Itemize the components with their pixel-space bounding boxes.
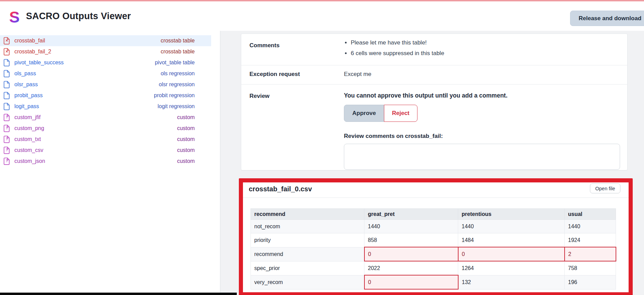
- output-type: custom: [177, 136, 195, 142]
- table-row: recommend 0 0 2: [251, 247, 616, 261]
- row-label: priority: [251, 233, 364, 247]
- release-and-download-button[interactable]: Release and download: [570, 11, 644, 26]
- comments-label: Comments: [249, 34, 344, 65]
- cell: 1440: [458, 220, 565, 233]
- sidebar-item-custom_jfif[interactable]: ? custom_jfif custom: [0, 112, 211, 123]
- output-type: olsr regression: [159, 81, 195, 88]
- output-type: custom: [177, 125, 195, 131]
- file-icon: [3, 70, 10, 77]
- review-label: Review: [249, 85, 344, 171]
- cell: 1264: [458, 261, 565, 275]
- cell: 758: [565, 261, 616, 275]
- main-content: Comments Please let me have this table! …: [220, 31, 644, 295]
- approve-button[interactable]: Approve: [344, 105, 384, 122]
- file-custom-icon: ?: [3, 146, 10, 154]
- row-label: not_recom: [251, 220, 364, 233]
- table-row: not_recom 1440 1440 1440: [251, 220, 616, 233]
- cell: 858: [364, 233, 458, 247]
- output-name: ols_pass: [14, 70, 160, 77]
- exception-request-value: Except me: [344, 65, 619, 84]
- cell-suppressed: 2: [565, 247, 616, 261]
- cell: 1440: [565, 220, 616, 233]
- output-name: probit_pass: [14, 92, 154, 99]
- exception-request-label: Exception request: [249, 65, 344, 84]
- cell: 1484: [458, 233, 565, 247]
- file-custom-icon: ?: [3, 114, 10, 121]
- table-header-row: recommend great_pret pretentious usual: [251, 209, 616, 220]
- review-comments-label: Review comments on crosstab_fail:: [344, 133, 620, 140]
- comments-row: Comments Please let me have this table! …: [241, 34, 627, 65]
- output-name: olsr_pass: [14, 81, 159, 88]
- file-icon: [3, 103, 10, 110]
- output-name: custom_txt: [14, 136, 177, 142]
- table-row: priority 858 1484 1924: [251, 233, 616, 247]
- reject-button[interactable]: Reject: [384, 105, 417, 122]
- output-name: crosstab_fail_2: [14, 49, 160, 55]
- sidebar-item-custom_png[interactable]: ? custom_png custom: [0, 123, 211, 134]
- open-file-button[interactable]: Open file: [590, 183, 620, 193]
- file-name-title: crosstab_fail_0.csv: [249, 185, 312, 193]
- svg-text:S: S: [9, 9, 20, 25]
- output-type: pivot_table table: [155, 60, 195, 66]
- row-label: spec_prior: [251, 261, 364, 275]
- review-row: Review You cannot approve this output un…: [241, 84, 627, 170]
- cell-suppressed: 0: [364, 247, 458, 261]
- comments-list: Please let me have this table! 6 cells w…: [344, 39, 619, 65]
- output-name: custom_json: [14, 158, 177, 164]
- output-type: crosstab table: [160, 38, 195, 44]
- sidebar-item-custom_txt[interactable]: ? custom_txt custom: [0, 134, 211, 145]
- file-icon: [3, 59, 10, 66]
- sidebar-item-crosstab_fail_2[interactable]: ✕ crosstab_fail_2 crosstab table: [0, 46, 211, 57]
- file-custom-icon: ?: [3, 136, 10, 143]
- sidebar-item-ols_pass[interactable]: ols_pass ols regression: [0, 68, 211, 79]
- page-title: SACRO Outputs Viewer: [26, 1, 131, 31]
- cell: 132: [458, 275, 565, 289]
- col-header: recommend: [251, 209, 364, 220]
- output-type: custom: [177, 114, 195, 120]
- row-label: very_recom: [251, 275, 364, 289]
- output-name: custom_csv: [14, 147, 177, 153]
- cell: 1440: [364, 220, 458, 233]
- row-label: recommend: [251, 247, 364, 261]
- outputs-sidebar: ✕ crosstab_fail crosstab table ✕ crossta…: [0, 31, 220, 295]
- cell: 1924: [565, 233, 616, 247]
- sidebar-item-olsr_pass[interactable]: olsr_pass olsr regression: [0, 79, 211, 90]
- comment-item: Please let me have this table!: [351, 39, 619, 46]
- col-header: usual: [565, 209, 616, 220]
- output-name: custom_png: [14, 125, 177, 131]
- cell-suppressed: 0: [458, 247, 565, 261]
- output-name: custom_jfif: [14, 114, 177, 120]
- review-comment-input[interactable]: [344, 144, 620, 170]
- sidebar-item-probit_pass[interactable]: probit_pass probit regression: [0, 90, 211, 101]
- comment-item: 6 cells were suppressed in this table: [351, 50, 619, 57]
- review-controls: You cannot approve this output until you…: [344, 85, 620, 171]
- sidebar-item-logit_pass[interactable]: logit_pass logit regression: [0, 101, 211, 112]
- sidebar-item-custom_json[interactable]: ? custom_json custom: [0, 156, 211, 167]
- output-name: pivot_table_success: [14, 60, 155, 66]
- file-icon: [3, 92, 10, 99]
- output-type: logit regression: [158, 103, 195, 110]
- file-custom-icon: ?: [3, 125, 10, 132]
- bottom-edge-strip: [0, 293, 237, 295]
- output-type: ols regression: [160, 70, 195, 77]
- output-type: crosstab table: [160, 49, 195, 55]
- output-type: custom: [177, 158, 195, 164]
- cell-suppressed: 0: [364, 275, 458, 289]
- file-icon: [3, 81, 10, 88]
- sidebar-item-crosstab_fail[interactable]: ✕ crosstab_fail crosstab table: [0, 35, 211, 46]
- file-fail-icon: ✕: [3, 37, 10, 44]
- cell: 196: [565, 275, 616, 289]
- output-name: logit_pass: [14, 103, 158, 110]
- highlighted-output-section: crosstab_fail_0.csv Open file recommend …: [239, 178, 633, 295]
- col-header: pretentious: [458, 209, 565, 220]
- file-fail-icon: ✕: [3, 48, 10, 55]
- exception-request-row: Exception request Except me: [241, 65, 627, 84]
- crosstab-table-wrap: recommend great_pret pretentious usual n…: [243, 198, 629, 290]
- crosstab-table: recommend great_pret pretentious usual n…: [250, 208, 616, 290]
- approve-warning-text: You cannot approve this output until you…: [344, 85, 620, 99]
- output-name: crosstab_fail: [14, 38, 160, 44]
- sidebar-item-custom_csv[interactable]: ? custom_csv custom: [0, 145, 211, 156]
- sidebar-item-pivot_table_success[interactable]: pivot_table_success pivot_table table: [0, 57, 211, 68]
- output-type: probit regression: [154, 92, 195, 99]
- app-header: S SACRO Outputs Viewer Release and downl…: [0, 1, 644, 31]
